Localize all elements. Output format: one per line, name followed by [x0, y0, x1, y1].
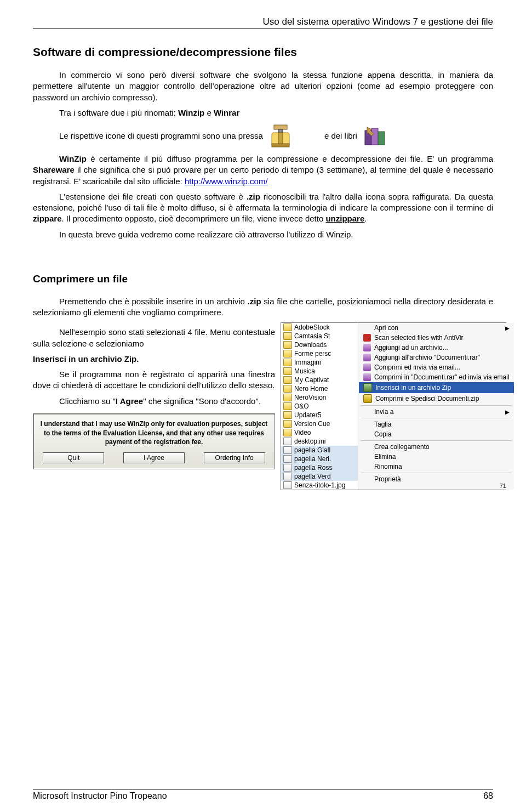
menu-item[interactable]: Comprimi e Spedisci Documenti.zip [359, 393, 514, 404]
folder-icon [283, 411, 292, 419]
text: e [204, 108, 214, 117]
folder-icon [283, 350, 292, 357]
menu-item[interactable]: Comprimi ed invia via email... [359, 362, 514, 372]
folder-icon [283, 323, 292, 331]
text-bold: unzippare [325, 214, 364, 223]
section-title: Software di compressione/decompressione … [33, 46, 493, 59]
svg-rect-0 [274, 125, 287, 129]
file-icon [283, 481, 292, 489]
list-item[interactable]: pagella Giall [281, 446, 358, 455]
menu-item[interactable]: Proprietà [359, 474, 514, 484]
list-item[interactable]: pagella Ross [281, 463, 358, 472]
list-item[interactable]: Senza-titolo-1.jpg [281, 481, 358, 490]
menu-item-label: Taglia [374, 421, 391, 428]
menu-item[interactable]: Apri con▶ [359, 323, 514, 333]
folder-icon [283, 385, 292, 393]
list-item[interactable]: pagella Verd [281, 472, 358, 481]
list-item[interactable]: pagella Neri. [281, 455, 358, 463]
file-name: My Captivat [294, 376, 329, 384]
svg-rect-7 [378, 132, 385, 145]
file-name: Immagini [294, 359, 321, 366]
file-name: O&O [294, 402, 309, 410]
menu-item-label: Proprietà [374, 475, 401, 483]
file-icon [283, 438, 292, 445]
list-item[interactable]: Video [281, 428, 358, 437]
official-site-link[interactable]: http://www.winzip.com/ [185, 177, 268, 186]
folder-icon [283, 420, 292, 428]
rar-icon [363, 354, 371, 361]
text: Clicchiamo su " [59, 396, 116, 406]
quit-button[interactable]: Quit [43, 452, 104, 463]
scan-icon [363, 334, 371, 342]
text: 71 [500, 482, 506, 489]
menu-item[interactable]: Aggiungi all'archivio "Documenti.rar" [359, 353, 514, 362]
list-item[interactable]: Immagini [281, 358, 358, 367]
menu-item-label: Scan selected files with AntiVir [374, 334, 464, 342]
list-item[interactable]: NeroVision [281, 393, 358, 402]
menu-item[interactable]: Elimina [359, 452, 514, 462]
menu-item-label: Comprimi in "Documenti.rar" ed invia via… [374, 373, 510, 381]
file-name: Nero Home [294, 385, 328, 393]
menu-item-label: Apri con [374, 324, 398, 332]
winzip-icon [267, 123, 294, 149]
page-number: 68 [483, 791, 493, 801]
text-bold: .zip [248, 297, 261, 306]
list-item[interactable]: Forme persc [281, 349, 358, 358]
menu-separator [361, 405, 512, 406]
file-name: Updater5 [294, 411, 321, 419]
list-item[interactable]: Downloads [281, 340, 358, 349]
menu-separator [361, 440, 512, 441]
menu-item[interactable]: Aggiungi ad un archivio... [359, 343, 514, 353]
ordering-info-button[interactable]: Ordering Info [204, 452, 265, 463]
menu-separator [361, 418, 512, 418]
paragraph: Premettendo che è possibile inserire in … [33, 296, 493, 319]
list-item[interactable]: Camtasia St [281, 332, 358, 340]
text-bold: Winrar [214, 108, 239, 117]
list-item[interactable]: My Captivat [281, 376, 358, 384]
file-name: desktop.ini [294, 438, 325, 445]
page-footer: Microsoft Instructor Pino Tropeano 68 [33, 790, 493, 801]
list-item[interactable]: Updater5 [281, 411, 358, 419]
zipb-icon [363, 394, 372, 403]
folder-icon [283, 341, 292, 349]
menu-item-label: Comprimi ed invia via email... [374, 364, 460, 371]
file-name: Musica [294, 367, 315, 375]
paragraph: Clicchiamo su "I Agree" che significa "S… [33, 396, 275, 407]
menu-item[interactable]: Comprimi in "Documenti.rar" ed invia via… [359, 372, 514, 382]
list-item[interactable]: O&O [281, 402, 358, 411]
context-menu: Apri con▶Scan selected files with AntiVi… [358, 323, 514, 490]
menu-item[interactable]: Crea collegamento [359, 442, 514, 452]
file-name: NeroVision [294, 394, 326, 401]
menu-item-label: Crea collegamento [374, 443, 430, 451]
list-item[interactable]: AdobeStock [281, 323, 358, 332]
menu-item[interactable]: Copia [359, 429, 514, 439]
menu-item[interactable]: Scan selected files with AntiVir [359, 333, 514, 343]
menu-item-label: Inserisci in un archivio Zip [375, 384, 451, 391]
svg-rect-1 [278, 129, 283, 133]
file-name: AdobeStock [294, 323, 330, 331]
list-item[interactable]: desktop.ini [281, 437, 358, 446]
text-bold: zippare [33, 214, 62, 223]
i-agree-button[interactable]: I Agree [123, 452, 185, 463]
folder-icon [283, 376, 292, 384]
file-name: pagella Neri. [294, 455, 331, 463]
paragraph: Tra i software due i più rinomati: Winzi… [33, 107, 493, 118]
folder-icon [283, 367, 292, 375]
submenu-arrow-icon: ▶ [505, 325, 510, 331]
folder-icon [283, 359, 292, 366]
list-item[interactable]: Nero Home [281, 384, 358, 393]
paragraph: Inserisci in un archivio Zip. [33, 354, 275, 365]
list-item[interactable]: Musica [281, 367, 358, 376]
list-item[interactable]: Version Cue [281, 419, 358, 428]
file-icon [283, 455, 292, 463]
text: Le rispettive icone di questi programmi … [33, 130, 263, 141]
menu-item[interactable]: Invia a▶ [359, 407, 514, 417]
text-bold: WinZip [59, 154, 87, 163]
folder-icon [283, 429, 292, 436]
paragraph: L'estensione dei file creati con questo … [33, 191, 493, 225]
menu-item[interactable]: Inserisci in un archivio Zip [359, 382, 514, 393]
menu-item[interactable]: Taglia [359, 419, 514, 429]
menu-item[interactable]: Rinomina [359, 462, 514, 472]
folder-icon [283, 332, 292, 340]
menu-item-label: Copia [374, 430, 391, 438]
